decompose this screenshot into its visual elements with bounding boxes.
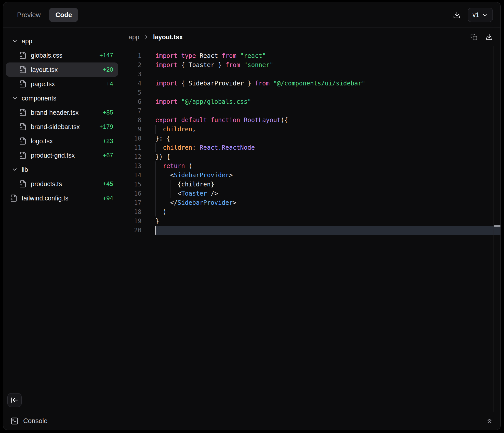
file-tree-sidebar: appglobals.css+147layout.tsx+20page.tsx+… — [3, 28, 121, 412]
code-view-panel: Preview Code v1 appglobals.css+147layout… — [3, 2, 501, 430]
file-name: brand-header.tsx — [31, 109, 79, 116]
copy-code-button[interactable] — [470, 33, 478, 41]
view-toggle: Preview Code — [11, 8, 78, 22]
breadcrumb-dir[interactable]: app — [129, 33, 139, 41]
file-name: brand-sidebar.tsx — [31, 123, 80, 131]
console-bar[interactable]: Console — [3, 412, 500, 430]
chevron-down-icon — [11, 166, 18, 173]
indent-guide — [163, 198, 170, 207]
download-icon — [486, 33, 493, 41]
copy-icon — [470, 33, 478, 41]
line-number: 9 — [121, 125, 141, 134]
code-line-4[interactable]: 4import { SidebarProvider } from "@/comp… — [121, 79, 500, 88]
line-content — [155, 226, 500, 235]
code-line-10[interactable]: 10}: { — [121, 134, 500, 143]
line-content: import { SidebarProvider } from "@/compo… — [155, 79, 500, 88]
code-line-15[interactable]: 15{children} — [121, 180, 500, 189]
tree-folder-components[interactable]: components — [6, 91, 118, 105]
tree-file-tailwind.config.ts[interactable]: tailwind.config.ts+94 — [6, 191, 118, 205]
line-number: 3 — [121, 70, 141, 79]
code-line-11[interactable]: 11children: React.ReactNode — [121, 143, 500, 152]
indent-guide — [155, 198, 163, 207]
file-name: app — [22, 37, 32, 45]
arrow-left-to-line-icon — [11, 396, 18, 404]
line-number: 20 — [121, 226, 141, 235]
code-line-18[interactable]: 18) — [121, 207, 500, 216]
chevron-down-icon — [11, 38, 18, 44]
chevrons-up-icon[interactable] — [486, 417, 493, 425]
line-number: 1 — [121, 51, 141, 60]
top-bar: Preview Code v1 — [3, 2, 500, 28]
file-plus-icon — [19, 137, 27, 145]
added-lines-badge: +147 — [99, 52, 113, 59]
indent-guide — [155, 161, 163, 171]
line-content: import "@/app/globals.css" — [155, 97, 500, 106]
code-line-6[interactable]: 6import "@/app/globals.css" — [121, 97, 500, 106]
indent-guide — [155, 180, 163, 189]
download-icon — [453, 11, 461, 19]
tree-file-brand-header.tsx[interactable]: brand-header.tsx+85 — [6, 105, 118, 120]
file-name: layout.tsx — [31, 66, 58, 73]
code-line-12[interactable]: 12}) { — [121, 152, 500, 161]
file-plus-icon — [19, 151, 27, 159]
download-file-button[interactable] — [486, 33, 493, 41]
tree-file-products.ts[interactable]: products.ts+45 — [6, 177, 118, 191]
line-content: children: React.ReactNode — [155, 143, 500, 152]
download-button[interactable] — [453, 11, 461, 19]
version-dropdown[interactable]: v1 — [468, 8, 493, 22]
line-number: 8 — [121, 116, 141, 125]
overview-ruler[interactable] — [494, 46, 500, 412]
tree-file-product-grid.tsx[interactable]: product-grid.tsx+67 — [6, 148, 118, 162]
line-number: 17 — [121, 198, 141, 207]
tab-preview[interactable]: Preview — [11, 8, 47, 22]
chevron-right-icon — [143, 34, 149, 40]
tree-file-logo.tsx[interactable]: logo.tsx+23 — [6, 134, 118, 148]
code-line-13[interactable]: 13return ( — [121, 161, 500, 171]
code-line-17[interactable]: 17</SidebarProvider> — [121, 198, 500, 207]
file-name: components — [22, 95, 56, 102]
code-line-2[interactable]: 2import { Toaster } from "sonner" — [121, 60, 500, 70]
line-content: children, — [155, 125, 500, 134]
added-lines-badge: +45 — [103, 180, 113, 187]
code-line-19[interactable]: 19} — [121, 216, 500, 226]
tree-folder-app[interactable]: app — [6, 34, 118, 48]
console-label: Console — [23, 417, 47, 425]
tree-file-page.tsx[interactable]: page.tsx+4 — [6, 77, 118, 91]
line-content: export default function RootLayout({ — [155, 116, 500, 125]
code-line-16[interactable]: 16<Toaster /> — [121, 189, 500, 198]
code-line-8[interactable]: 8export default function RootLayout({ — [121, 116, 500, 125]
file-plus-icon — [19, 123, 27, 131]
code-line-3[interactable]: 3 — [121, 70, 500, 79]
top-bar-actions: v1 — [453, 8, 493, 22]
code-line-20[interactable]: 20 — [121, 226, 500, 235]
code-line-9[interactable]: 9children, — [121, 125, 500, 134]
code-line-5[interactable]: 5 — [121, 88, 500, 97]
added-lines-badge: +20 — [103, 66, 113, 73]
line-content: } — [155, 216, 500, 226]
tree-file-globals.css[interactable]: globals.css+147 — [6, 48, 118, 62]
indent-guide — [155, 125, 163, 134]
added-lines-badge: +85 — [103, 109, 113, 116]
code-line-7[interactable]: 7 — [121, 106, 500, 116]
file-plus-icon — [19, 109, 27, 116]
line-number: 10 — [121, 134, 141, 143]
indent-guide — [170, 180, 178, 189]
collapse-sidebar-button[interactable] — [7, 393, 22, 407]
file-name: page.tsx — [31, 80, 55, 88]
tree-file-brand-sidebar.tsx[interactable]: brand-sidebar.tsx+179 — [6, 120, 118, 134]
code-line-14[interactable]: 14<SidebarProvider> — [121, 171, 500, 180]
tree-folder-lib[interactable]: lib — [6, 162, 118, 177]
version-label: v1 — [473, 11, 479, 19]
file-plus-icon — [10, 194, 18, 202]
tab-code[interactable]: Code — [49, 8, 78, 22]
line-content — [155, 70, 500, 79]
line-content — [155, 106, 500, 116]
code-editor[interactable]: 1import type React from "react"2import {… — [121, 46, 500, 412]
file-plus-icon — [19, 80, 27, 88]
line-number: 16 — [121, 189, 141, 198]
added-lines-badge: +179 — [99, 123, 113, 130]
code-line-1[interactable]: 1import type React from "react" — [121, 51, 500, 60]
line-content: ) — [155, 207, 500, 216]
file-name: globals.css — [31, 52, 62, 59]
tree-file-layout.tsx[interactable]: layout.tsx+20 — [6, 62, 118, 77]
